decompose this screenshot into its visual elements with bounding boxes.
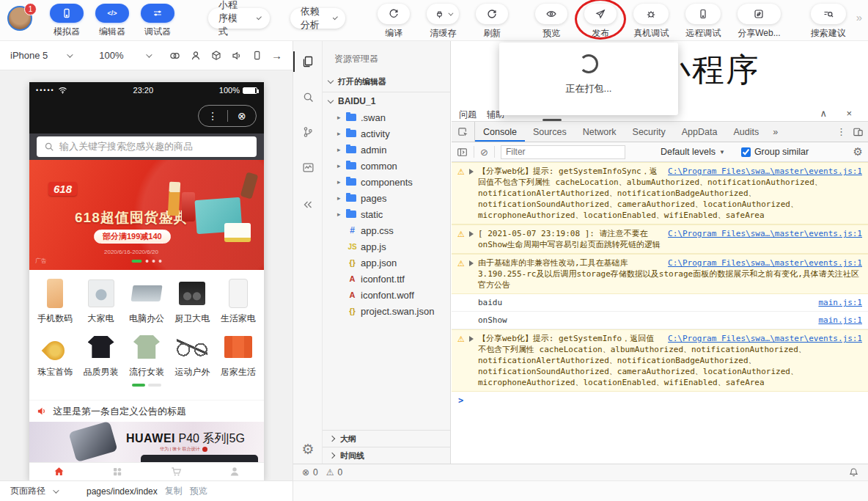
tab-appdata[interactable]: AppData: [674, 122, 726, 142]
console-warning-row[interactable]: ⚠ C:\Program Files\swa…\master\events.js…: [452, 254, 868, 294]
outline-section[interactable]: 大纲: [323, 430, 450, 447]
collapse-panel-icon[interactable]: ∧: [820, 108, 827, 119]
project-root[interactable]: BAIDU_1: [323, 92, 450, 109]
group-similar-checkbox[interactable]: [741, 147, 751, 157]
preview-path-link[interactable]: 预览: [190, 485, 207, 497]
git-activity-button[interactable]: [293, 117, 323, 147]
panel-drag-handle[interactable]: [542, 119, 562, 121]
console-prompt[interactable]: >: [452, 392, 868, 410]
user-avatar[interactable]: 1: [7, 6, 32, 40]
editor-toggle-button[interactable]: </> 编辑器: [95, 4, 129, 40]
search-suggest-button[interactable]: 搜索建议: [811, 4, 846, 40]
refresh-button[interactable]: 刷新: [476, 4, 508, 40]
rotate-device-icon[interactable]: [251, 50, 262, 61]
performance-activity-button[interactable]: [293, 153, 323, 182]
toolbar-overflow-chevron[interactable]: »: [856, 11, 862, 40]
compile-button[interactable]: 编译: [378, 4, 410, 40]
tab-console[interactable]: Console: [475, 122, 525, 142]
remote-debug-button[interactable]: 远程调试: [685, 4, 721, 40]
category-item[interactable]: 居家生活: [217, 331, 260, 379]
clear-console-icon[interactable]: ⊘: [480, 147, 488, 158]
tree-folder[interactable]: ▸components: [323, 174, 450, 190]
detach-arrow-icon[interactable]: →: [271, 49, 282, 62]
expand-arrow-icon[interactable]: [469, 169, 474, 175]
settings-button[interactable]: ⚙: [293, 434, 323, 464]
search-activity-button[interactable]: [293, 82, 323, 111]
categories-tab-icon[interactable]: [111, 466, 123, 478]
category-item[interactable]: 电脑办公: [125, 277, 168, 325]
open-editors-section[interactable]: 打开的编辑器: [323, 74, 450, 92]
tab-issues[interactable]: 问题: [459, 109, 477, 121]
cube-icon[interactable]: [210, 50, 222, 62]
preview-button[interactable]: 预览: [535, 4, 567, 40]
source-link[interactable]: C:\Program Files\swa…\master\events.js:1: [668, 228, 862, 239]
console-settings-icon[interactable]: ⚙: [853, 145, 863, 158]
tree-folder[interactable]: ▸.swan: [323, 109, 450, 125]
timeline-section[interactable]: 时间线: [323, 447, 450, 464]
expand-arrow-icon[interactable]: [469, 260, 474, 266]
source-link[interactable]: C:\Program Files\swa…\master\events.js:1: [668, 166, 862, 177]
promo-carousel-banner[interactable]: 618 618超值囤货盛典 部分满199减140 2020/6/16-2020/…: [29, 160, 264, 270]
announcement-bar[interactable]: 这里是第一条自定义公告的标题: [29, 400, 264, 422]
tree-folder[interactable]: ▸admin: [323, 142, 450, 158]
zoom-dropdown[interactable]: 100%: [99, 50, 150, 61]
tab-network[interactable]: Network: [575, 122, 625, 142]
publish-button[interactable]: 发布: [584, 4, 617, 40]
tree-file[interactable]: #app.css: [323, 222, 450, 238]
console-warning-row[interactable]: ⚠ C:\Program Files\swa…\master\events.js…: [452, 329, 868, 392]
tree-file[interactable]: {}project.swan.json: [323, 303, 450, 319]
tree-file[interactable]: JSapp.js: [323, 238, 450, 255]
real-device-debug-button[interactable]: 真机调试: [633, 4, 669, 40]
category-item[interactable]: 生活家电: [217, 277, 260, 325]
sound-icon[interactable]: [231, 50, 243, 62]
log-levels-dropdown[interactable]: Default levels ▼: [661, 147, 725, 157]
product-search-input[interactable]: 输入关键字搜索您感兴趣的商品: [37, 136, 257, 157]
dependency-analysis-dropdown[interactable]: 依赖分析: [290, 8, 346, 29]
profile-tab-icon[interactable]: [229, 466, 240, 478]
huawei-banner[interactable]: HUAWEI P40 系列|5G 华为 | 徕卡 联合设计: [29, 422, 264, 462]
sidebar-toggle-icon[interactable]: [457, 147, 468, 158]
tree-file[interactable]: Aiconfont.woff: [323, 287, 450, 303]
category-item[interactable]: 大家电: [80, 277, 122, 325]
category-item[interactable]: 流行女装: [125, 331, 168, 379]
source-link[interactable]: main.js:1: [818, 297, 862, 308]
source-link[interactable]: main.js:1: [818, 315, 862, 326]
account-icon[interactable]: [190, 50, 202, 62]
tab-audits[interactable]: Audits: [725, 122, 767, 142]
source-link[interactable]: C:\Program Files\swa…\master\events.js:1: [668, 257, 862, 268]
explorer-activity-button[interactable]: [293, 47, 323, 76]
tab-sources[interactable]: Sources: [525, 122, 575, 142]
console-warning-row[interactable]: ⚠ C:\Program Files\swa…\master\events.js…: [452, 162, 868, 224]
home-tab-icon[interactable]: [53, 466, 65, 478]
more-menu-icon[interactable]: ⋮: [199, 110, 227, 122]
category-item[interactable]: 手机数码: [34, 277, 76, 325]
more-tabs-chevron[interactable]: »: [767, 122, 784, 142]
inspect-element-button[interactable]: [452, 122, 475, 142]
close-panel-icon[interactable]: ×: [846, 108, 852, 119]
share-web-button[interactable]: 分享Web...: [738, 4, 780, 40]
console-warning-row[interactable]: ⚠ C:\Program Files\swa…\master\events.js…: [452, 224, 868, 254]
tree-file[interactable]: Aiconfont.ttf: [323, 271, 450, 287]
category-item[interactable]: 品质男装: [80, 331, 122, 379]
tree-folder[interactable]: ▸static: [323, 206, 450, 222]
source-link[interactable]: C:\Program Files\swa…\master\events.js:1: [668, 333, 862, 344]
tree-file[interactable]: {}app.json: [323, 255, 450, 271]
category-item[interactable]: 珠宝首饰: [34, 331, 76, 379]
mode-dropdown[interactable]: 小程序模式: [208, 8, 270, 29]
category-item[interactable]: 运动户外: [171, 331, 213, 379]
debugger-toggle-button[interactable]: 调试器: [141, 4, 174, 40]
tree-folder[interactable]: ▸pages: [323, 190, 450, 206]
tree-folder[interactable]: ▸common: [323, 158, 450, 174]
simulator-toggle-button[interactable]: 模拟器: [50, 4, 84, 40]
category-item[interactable]: 厨卫大电: [171, 277, 213, 325]
swan-activity-button[interactable]: [293, 190, 323, 219]
device-dropdown[interactable]: iPhone 5: [10, 50, 71, 61]
expand-arrow-icon[interactable]: [469, 336, 474, 342]
tab-security[interactable]: Security: [625, 122, 674, 142]
clear-cache-button[interactable]: 清缓存: [427, 4, 459, 40]
console-log-row[interactable]: main.js:1 baidu: [452, 294, 868, 312]
phone-preview[interactable]: ••••• 23:20 100% ⋮ ⊗ 输入关键字搜索您感兴趣的商品: [29, 82, 264, 480]
link-toggle-icon[interactable]: [169, 50, 181, 62]
expand-arrow-icon[interactable]: [469, 231, 474, 237]
chevron-down-icon[interactable]: [53, 487, 59, 493]
